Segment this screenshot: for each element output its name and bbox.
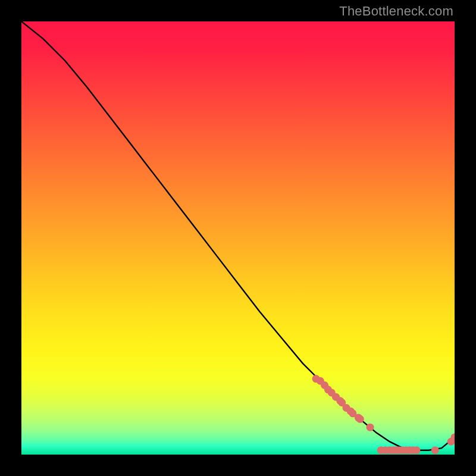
- plot-area: [21, 21, 455, 455]
- attribution-text: TheBottleneck.com: [339, 4, 453, 19]
- gpu-marker: [356, 415, 364, 423]
- chart-stage: TheBottleneck.com: [0, 0, 476, 476]
- gpu-marker: [367, 424, 374, 431]
- chart-svg: [21, 21, 455, 455]
- gpu-marker: [412, 446, 420, 454]
- gpu-marker: [431, 446, 439, 454]
